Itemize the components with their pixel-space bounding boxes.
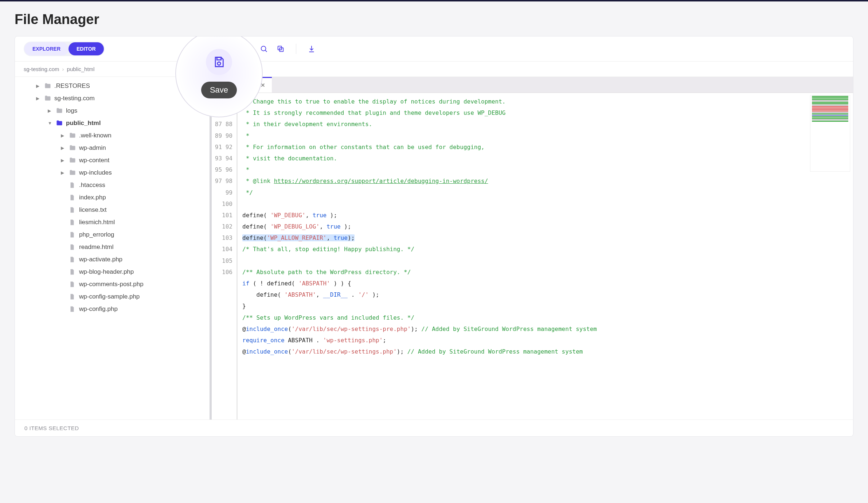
file-manager-frame: EXPLORER EDITOR Save sg-testing.com › pu… bbox=[15, 36, 853, 437]
tree-folder[interactable]: ▶wp-admin bbox=[15, 142, 210, 154]
editor-tabs: wp-config.php ✕ bbox=[212, 77, 853, 93]
tree-label: liesmich.html bbox=[79, 219, 115, 226]
tree-folder[interactable]: ▶wp-includes bbox=[15, 167, 210, 179]
copy-icon[interactable] bbox=[274, 42, 287, 55]
minimap[interactable] bbox=[810, 95, 850, 172]
tree-label: wp-comments-post.php bbox=[79, 281, 144, 288]
search-icon[interactable] bbox=[257, 42, 270, 55]
tree-file[interactable]: license.txt bbox=[15, 204, 210, 216]
tree-label: wp-content bbox=[79, 157, 109, 164]
tree-folder[interactable]: ▶wp-content bbox=[15, 154, 210, 167]
folder-icon bbox=[56, 107, 63, 114]
tree-label: .RESTORES bbox=[54, 82, 90, 90]
line-numbers: 83 84 85 86 87 88 89 90 91 92 93 94 95 9… bbox=[212, 93, 237, 420]
tree-folder[interactable]: ▼public_html bbox=[15, 117, 210, 129]
tree-file[interactable]: liesmich.html bbox=[15, 216, 210, 229]
toolbar: EXPLORER EDITOR bbox=[15, 36, 853, 62]
status-bar: 0 ITEMS SELECTED bbox=[15, 420, 853, 436]
tree-label: wp-admin bbox=[79, 144, 106, 152]
tree-label: wp-config-sample.php bbox=[79, 293, 140, 300]
chevron-right-icon: ▶ bbox=[61, 158, 66, 163]
editor-file-tab[interactable]: wp-config.php ✕ bbox=[212, 77, 272, 93]
folder-icon bbox=[69, 169, 76, 176]
tree-file[interactable]: wp-config.php bbox=[15, 303, 210, 315]
tree-folder[interactable]: ▶.well-known bbox=[15, 129, 210, 142]
file-icon bbox=[69, 182, 76, 188]
editor-pane: wp-config.php ✕ 83 84 85 86 87 88 89 90 … bbox=[212, 77, 853, 420]
file-icon bbox=[69, 269, 76, 275]
folder-icon bbox=[69, 132, 76, 139]
tree-label: wp-includes bbox=[79, 169, 112, 176]
chevron-right-icon: ▶ bbox=[61, 170, 66, 175]
tree-file[interactable]: readme.html bbox=[15, 241, 210, 253]
chevron-right-icon: ▶ bbox=[61, 145, 66, 151]
chevron-right-icon: › bbox=[62, 66, 64, 72]
file-icon bbox=[69, 244, 76, 250]
tree-label: wp-config.php bbox=[79, 305, 118, 313]
tree-file[interactable]: wp-activate.php bbox=[15, 253, 210, 266]
tree-label: logs bbox=[66, 107, 77, 114]
svg-rect-4 bbox=[217, 57, 221, 60]
explorer-tab[interactable]: EXPLORER bbox=[24, 42, 69, 55]
tree-label: .well-known bbox=[79, 132, 112, 139]
folder-icon bbox=[56, 120, 63, 127]
tree-file[interactable]: wp-comments-post.php bbox=[15, 278, 210, 291]
tree-label: index.php bbox=[79, 194, 106, 201]
breadcrumb-item[interactable]: public_html bbox=[67, 66, 95, 72]
code-content[interactable]: * Change this to true to enable the disp… bbox=[237, 93, 853, 420]
tree-folder[interactable]: ▶logs bbox=[15, 105, 210, 117]
code-editor[interactable]: 83 84 85 86 87 88 89 90 91 92 93 94 95 9… bbox=[212, 93, 853, 420]
view-switch: EXPLORER EDITOR bbox=[24, 42, 105, 56]
tree-label: wp-activate.php bbox=[79, 256, 122, 263]
save-button[interactable] bbox=[206, 49, 232, 75]
file-icon bbox=[69, 219, 76, 226]
file-tab-label: wp-config.php bbox=[218, 82, 255, 89]
tree-folder[interactable]: ▶.RESTORES bbox=[15, 80, 210, 92]
breadcrumb: sg-testing.com › public_html bbox=[15, 62, 853, 77]
tree-file[interactable]: wp-blog-header.php bbox=[15, 266, 210, 278]
editor-tab[interactable]: EDITOR bbox=[69, 42, 104, 55]
floppy-disk-icon bbox=[213, 56, 225, 68]
file-icon bbox=[69, 207, 76, 213]
file-icon bbox=[69, 293, 76, 300]
close-icon[interactable]: ✕ bbox=[261, 82, 265, 89]
tree-label: public_html bbox=[66, 120, 101, 127]
tree-file[interactable]: wp-config-sample.php bbox=[15, 291, 210, 303]
chevron-down-icon: ▼ bbox=[48, 121, 53, 126]
tree-file[interactable]: php_errorlog bbox=[15, 229, 210, 241]
chevron-right-icon: ▶ bbox=[36, 83, 41, 89]
folder-icon bbox=[69, 144, 76, 152]
tree-label: readme.html bbox=[79, 243, 113, 251]
file-icon bbox=[69, 306, 76, 312]
tree-label: sg-testing.com bbox=[54, 95, 95, 102]
tree-file[interactable]: index.php bbox=[15, 191, 210, 204]
tree-label: wp-blog-header.php bbox=[79, 268, 134, 276]
file-icon bbox=[69, 281, 76, 288]
folder-icon bbox=[44, 82, 51, 90]
svg-point-5 bbox=[218, 62, 221, 65]
download-icon[interactable] bbox=[305, 42, 318, 55]
file-tree[interactable]: ▶.RESTORES▶sg-testing.com▶logs▼public_ht… bbox=[15, 77, 212, 420]
tree-label: .htaccess bbox=[79, 182, 105, 189]
tree-file[interactable]: .htaccess bbox=[15, 179, 210, 191]
page-title: File Manager bbox=[0, 1, 868, 36]
file-icon bbox=[69, 256, 76, 263]
file-icon bbox=[69, 194, 76, 201]
tree-label: license.txt bbox=[79, 206, 107, 214]
tree-label: php_errorlog bbox=[79, 231, 114, 238]
file-icon bbox=[69, 231, 76, 238]
chevron-right-icon: ▶ bbox=[61, 133, 66, 138]
folder-icon bbox=[44, 95, 51, 102]
breadcrumb-item[interactable]: sg-testing.com bbox=[24, 66, 59, 72]
folder-icon bbox=[69, 157, 76, 164]
svg-point-0 bbox=[261, 46, 266, 51]
svg-line-1 bbox=[265, 50, 267, 52]
chevron-right-icon: ▶ bbox=[36, 96, 41, 101]
chevron-right-icon: ▶ bbox=[48, 108, 53, 113]
tree-folder[interactable]: ▶sg-testing.com bbox=[15, 92, 210, 105]
